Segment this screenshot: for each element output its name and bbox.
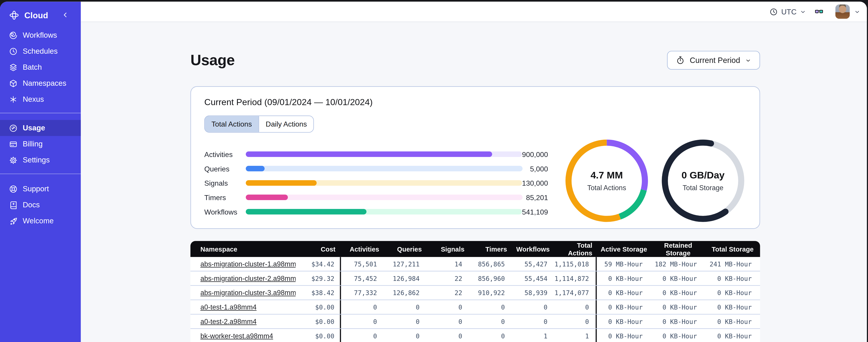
sidebar-item-usage[interactable]: Usage bbox=[0, 120, 81, 136]
total-storage-value: 0 GB/Day bbox=[681, 170, 724, 181]
table-row: abs-migration-cluster-3.a98mm4$38.4277,3… bbox=[190, 286, 760, 300]
table-cell: $38.42 bbox=[296, 286, 341, 300]
table-cell: 0 KB-Hour bbox=[597, 289, 651, 297]
user-menu[interactable] bbox=[835, 4, 860, 19]
tab-total-actions[interactable]: Total Actions bbox=[205, 116, 259, 132]
table-cell: 0 bbox=[554, 314, 597, 328]
clock-icon bbox=[770, 7, 778, 16]
total-actions-value: 4.7 MM bbox=[591, 170, 623, 181]
table-cell: 127,211 bbox=[383, 260, 426, 268]
sidebar-item-billing[interactable]: Billing bbox=[0, 136, 81, 152]
bar-track bbox=[246, 151, 522, 157]
sidebar-item-nexus[interactable]: Nexus bbox=[0, 91, 81, 107]
total-actions-label: Total Actions bbox=[587, 184, 626, 192]
sidebar: Cloud WorkflowsSchedulesBatchNamespacesN… bbox=[0, 2, 81, 342]
docs-icon bbox=[9, 200, 18, 209]
namespaces-icon bbox=[9, 79, 18, 88]
namespace-link[interactable]: bk-worker-test.a98mm4 bbox=[200, 332, 273, 340]
table-cell: $34.42 bbox=[296, 257, 341, 271]
actions-tabs: Total Actions Daily Actions bbox=[204, 115, 314, 133]
table-cell: 241 MB-Hour bbox=[705, 260, 760, 268]
column-header: Timers bbox=[469, 245, 512, 253]
bar-row-activities: Activities900,000 bbox=[204, 151, 548, 157]
table-cell: 0 bbox=[383, 303, 426, 311]
billing-icon bbox=[9, 140, 18, 148]
table-cell: 0 KB-Hour bbox=[597, 332, 651, 340]
table-cell: 0 bbox=[426, 332, 469, 340]
table-cell: 0 bbox=[426, 303, 469, 311]
table-cell: 77,332 bbox=[341, 289, 383, 297]
usage-icon bbox=[9, 124, 18, 132]
period-selector-button[interactable]: Current Period bbox=[667, 51, 760, 69]
table-cell: 1 bbox=[512, 332, 554, 340]
column-header: Total Storage bbox=[705, 245, 760, 253]
sidebar-item-support[interactable]: Support bbox=[0, 181, 81, 197]
sidebar-item-docs[interactable]: Docs bbox=[0, 197, 81, 213]
bar-track bbox=[246, 180, 522, 186]
sidebar-title: Cloud bbox=[24, 10, 48, 20]
column-header: Cost bbox=[296, 245, 341, 253]
namespace-link[interactable]: a0-test-2.a98mm4 bbox=[200, 318, 257, 325]
sidebar-item-workflows[interactable]: Workflows bbox=[0, 27, 81, 43]
table-cell: 22 bbox=[426, 289, 469, 297]
table-row: abs-migration-cluster-1.a98mm4$34.4275,5… bbox=[190, 257, 760, 271]
content: Usage Current Period Current Period (09/… bbox=[81, 22, 867, 342]
glasses-icon[interactable] bbox=[815, 7, 827, 16]
namespace-link[interactable]: abs-migration-cluster-2.a98mm4 bbox=[200, 275, 296, 282]
bar-label: Queries bbox=[204, 165, 246, 173]
bar-label: Signals bbox=[204, 179, 246, 187]
sidebar-item-settings[interactable]: Settings bbox=[0, 152, 81, 168]
table-cell: 75,452 bbox=[341, 275, 383, 282]
sidebar-item-batch[interactable]: Batch bbox=[0, 59, 81, 75]
table-cell: 126,862 bbox=[383, 289, 426, 297]
table-cell: 0 KB-Hour bbox=[597, 275, 651, 282]
bar-value: 85,201 bbox=[523, 193, 548, 201]
table-cell: 22 bbox=[426, 275, 469, 282]
table-cell: 0 KB-Hour bbox=[651, 318, 705, 325]
bar-track bbox=[246, 166, 523, 171]
bar-value: 130,000 bbox=[522, 179, 548, 187]
table-cell: 856,865 bbox=[469, 260, 512, 268]
chevron-left-icon[interactable] bbox=[61, 11, 69, 19]
table-cell: 0 KB-Hour bbox=[597, 303, 651, 311]
total-storage-donut: 0 GB/Day Total Storage bbox=[661, 139, 745, 222]
table-cell: 126,984 bbox=[383, 275, 426, 282]
table-cell: 0 bbox=[341, 318, 383, 325]
temporal-cloud-icon bbox=[9, 10, 20, 20]
table-cell: 0 KB-Hour bbox=[651, 289, 705, 297]
table-cell: 0 KB-Hour bbox=[597, 318, 651, 325]
app-window: Cloud WorkflowsSchedulesBatchNamespacesN… bbox=[0, 2, 867, 342]
table-cell: 14 bbox=[426, 260, 469, 268]
table-cell: 0 bbox=[512, 318, 554, 325]
actions-bar-chart: Activities900,000Queries5,000Signals130,… bbox=[204, 151, 548, 223]
namespace-link[interactable]: abs-migration-cluster-1.a98mm4 bbox=[200, 260, 296, 268]
bar-label: Timers bbox=[204, 193, 246, 201]
sidebar-item-namespaces[interactable]: Namespaces bbox=[0, 75, 81, 91]
tab-daily-actions[interactable]: Daily Actions bbox=[258, 116, 314, 132]
table-row: abs-migration-cluster-2.a98mm4$29.3275,4… bbox=[190, 271, 760, 286]
namespace-cell: abs-migration-cluster-3.a98mm4 bbox=[190, 289, 296, 297]
page-title: Usage bbox=[190, 52, 235, 69]
table-row: a0-test-1.a98mm4$0.000000000 KB-Hour0 KB… bbox=[190, 300, 760, 314]
nexus-icon bbox=[9, 95, 18, 104]
welcome-icon bbox=[9, 216, 18, 225]
timezone-dropdown[interactable]: UTC bbox=[770, 7, 806, 16]
column-header: Active Storage bbox=[597, 245, 651, 253]
workflows-icon bbox=[9, 31, 18, 39]
column-header: Total Actions bbox=[554, 241, 597, 257]
column-header: Workflows bbox=[512, 245, 554, 253]
topbar: UTC bbox=[81, 2, 867, 22]
table-cell: 0 KB-Hour bbox=[705, 303, 760, 311]
table-cell: 1,174,077 bbox=[554, 286, 597, 300]
bar-label: Workflows bbox=[204, 208, 246, 216]
avatar[interactable] bbox=[835, 4, 850, 19]
namespace-link[interactable]: abs-migration-cluster-3.a98mm4 bbox=[200, 289, 296, 297]
table-cell: 55,454 bbox=[512, 275, 554, 282]
sidebar-item-schedules[interactable]: Schedules bbox=[0, 43, 81, 59]
table-cell: $0.00 bbox=[296, 300, 341, 314]
table-cell: 0 bbox=[469, 318, 512, 325]
bar-fill bbox=[246, 195, 288, 200]
namespace-link[interactable]: a0-test-1.a98mm4 bbox=[200, 303, 257, 311]
sidebar-item-welcome[interactable]: Welcome bbox=[0, 213, 81, 229]
period-selector-label: Current Period bbox=[690, 56, 740, 65]
